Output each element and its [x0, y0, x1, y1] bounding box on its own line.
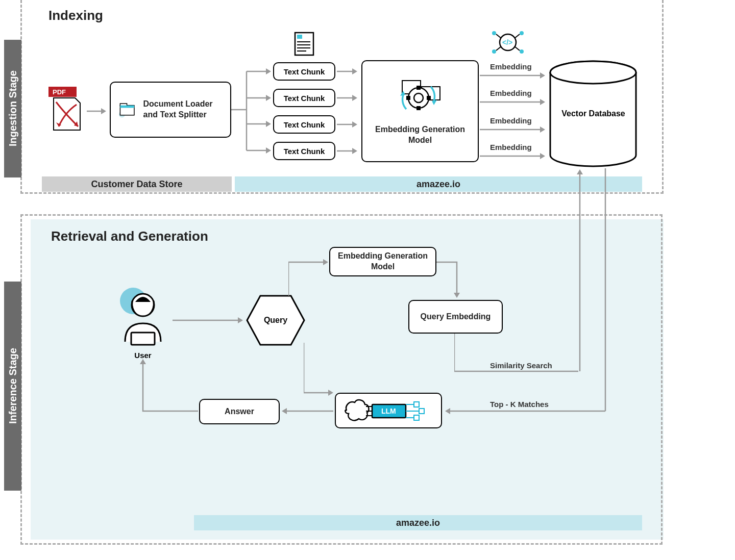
svg-marker-30	[352, 148, 357, 154]
ingestion-stage-text: Ingestion Stage	[7, 71, 19, 147]
ingestion-stage-label: Ingestion Stage	[4, 40, 21, 177]
svg-line-36	[514, 34, 520, 38]
embedding-model-label: Embedding Generation Model	[369, 124, 472, 146]
svg-point-37	[492, 49, 496, 54]
svg-rect-48	[427, 96, 431, 100]
vector-database: Vector Database	[549, 60, 638, 167]
svg-point-35	[520, 31, 524, 35]
code-network-icon: </>	[490, 28, 526, 57]
amazee-bar-bottom: amazee.io	[194, 515, 642, 530]
arrow-embmodel-to-queryemb	[436, 258, 462, 299]
arrow-emb-4	[480, 152, 546, 160]
svg-marker-28	[352, 121, 357, 128]
svg-marker-67	[323, 259, 328, 265]
embedding-label-2: Embedding	[490, 89, 532, 97]
folder-icon	[119, 97, 136, 122]
svg-marker-58	[540, 153, 545, 159]
text-chunk-2: Text Chunk	[273, 89, 335, 107]
svg-text:LLM: LLM	[381, 407, 396, 415]
svg-marker-2	[101, 108, 106, 114]
svg-line-40	[514, 46, 520, 50]
splitter-lines	[231, 61, 272, 163]
svg-rect-47	[406, 96, 410, 100]
svg-marker-10	[266, 68, 271, 74]
pdf-icon: PDF	[48, 87, 84, 133]
svg-rect-81	[414, 402, 419, 407]
arrow-chunk-4	[337, 147, 358, 155]
text-chunk-3: Text Chunk	[273, 115, 335, 134]
document-loader-label: Document Loader and Text Splitter	[143, 99, 224, 120]
arrow-similarity-search	[454, 334, 582, 379]
svg-marker-12	[266, 95, 271, 101]
svg-marker-26	[352, 95, 357, 101]
customer-data-store-bar: Customer Data Store	[42, 176, 232, 192]
document-loader-box: Document Loader and Text Splitter	[110, 82, 231, 138]
arrow-pdf-to-loader	[87, 106, 107, 116]
arrow-query-to-llm	[304, 343, 334, 399]
arrow-chunk-1	[337, 67, 358, 75]
document-icon	[292, 31, 316, 57]
pdf-badge-text: PDF	[53, 88, 66, 96]
arrow-emb-3	[480, 125, 546, 134]
svg-rect-45	[416, 86, 421, 90]
inference-stage-label: Inference Stage	[4, 282, 21, 491]
arrow-chunk-2	[337, 94, 358, 102]
svg-marker-52	[540, 72, 545, 79]
query-embedding-box: Query Embedding	[408, 300, 503, 334]
indexing-title: Indexing	[48, 8, 103, 23]
query-label: Query	[264, 316, 287, 325]
svg-marker-65	[238, 317, 243, 323]
arrow-db-down	[601, 168, 609, 412]
user-icon	[115, 286, 171, 347]
arrow-llm-to-answer	[281, 407, 334, 415]
arrow-user-to-query	[173, 316, 244, 324]
svg-marker-16	[266, 147, 271, 154]
svg-rect-6	[120, 106, 134, 108]
inference-stage-text: Inference Stage	[7, 348, 19, 424]
query-hexagon: Query	[245, 294, 306, 347]
svg-marker-70	[577, 169, 583, 174]
svg-rect-85	[414, 415, 419, 420]
retrieval-title: Retrieval and Generation	[51, 228, 208, 244]
svg-marker-74	[328, 390, 333, 396]
llm-box: LLM	[335, 393, 442, 428]
text-chunk-1: Text Chunk	[273, 62, 335, 81]
svg-point-44	[414, 93, 423, 103]
svg-marker-56	[540, 126, 545, 133]
llm-chip-icon: LLM	[342, 397, 434, 424]
text-chunk-4: Text Chunk	[273, 142, 335, 160]
arrow-topk-to-llm	[444, 407, 607, 415]
arrow-emb-2	[480, 98, 546, 106]
svg-marker-73	[445, 408, 450, 414]
arrow-chunk-3	[337, 120, 358, 129]
svg-marker-24	[352, 68, 357, 74]
svg-rect-18	[297, 35, 302, 39]
answer-box: Answer	[199, 399, 280, 424]
svg-marker-88	[140, 359, 146, 364]
vector-database-label: Vector Database	[549, 109, 638, 119]
arrow-to-db-up	[576, 168, 584, 372]
svg-rect-46	[416, 106, 421, 110]
svg-marker-54	[540, 99, 545, 105]
gear-icon	[397, 77, 443, 117]
embedding-model-box: Embedding Generation Model	[361, 60, 479, 162]
svg-point-33	[492, 31, 496, 35]
svg-marker-14	[266, 121, 271, 127]
svg-line-34	[496, 34, 501, 38]
svg-point-60	[550, 61, 636, 84]
arrow-query-to-embmodel	[288, 258, 329, 299]
svg-line-38	[496, 46, 501, 50]
svg-marker-87	[282, 408, 287, 414]
embedding-model-small: Embedding Generation Model	[329, 247, 436, 276]
embedding-label-3: Embedding	[490, 116, 532, 125]
arrow-answer-to-user	[139, 357, 200, 416]
arrow-emb-1	[480, 71, 546, 80]
svg-text:</>: </>	[502, 38, 512, 46]
embedding-label-1: Embedding	[490, 62, 532, 71]
svg-marker-49	[432, 100, 437, 105]
svg-rect-83	[419, 409, 424, 414]
svg-point-39	[520, 49, 524, 54]
svg-rect-63	[131, 333, 155, 345]
embedding-label-4: Embedding	[490, 143, 532, 151]
svg-marker-68	[454, 293, 460, 298]
